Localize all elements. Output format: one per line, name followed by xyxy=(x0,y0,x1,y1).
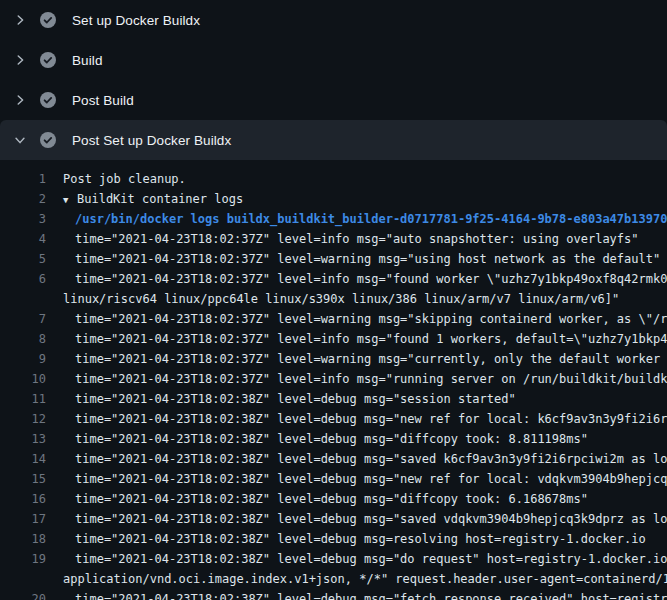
log-text: time="2021-04-23T18:02:38Z" level=debug … xyxy=(46,589,667,600)
step-label: Set up Docker Buildx xyxy=(72,13,200,28)
log-line: 12 time="2021-04-23T18:02:38Z" level=deb… xyxy=(0,409,667,429)
log-line: 5 time="2021-04-23T18:02:37Z" level=warn… xyxy=(0,249,667,269)
line-number[interactable]: 9 xyxy=(0,349,46,369)
step-list: Set up Docker Buildx Build xyxy=(0,0,667,160)
line-number[interactable]: 17 xyxy=(0,509,46,529)
line-number[interactable]: 5 xyxy=(0,249,46,269)
line-number[interactable] xyxy=(0,289,46,309)
chevron-right-icon xyxy=(13,13,27,27)
log-line: 2 ▼BuildKit container logs xyxy=(0,189,667,209)
log-line: 16 time="2021-04-23T18:02:38Z" level=deb… xyxy=(0,489,667,509)
log-text: time="2021-04-23T18:02:37Z" level=warnin… xyxy=(46,349,667,369)
chevron-down-icon xyxy=(13,133,27,147)
log-line: 8 time="2021-04-23T18:02:37Z" level=info… xyxy=(0,329,667,349)
line-number[interactable]: 4 xyxy=(0,229,46,249)
log-content: 1 Post job cleanup. 2 ▼BuildKit containe… xyxy=(0,160,667,600)
log-line: 17 time="2021-04-23T18:02:38Z" level=deb… xyxy=(0,509,667,529)
log-line: 10 time="2021-04-23T18:02:37Z" level=inf… xyxy=(0,369,667,389)
log-text: time="2021-04-23T18:02:38Z" level=debug … xyxy=(46,449,667,469)
step-header[interactable]: Post Build xyxy=(0,80,667,120)
step-header[interactable]: Post Set up Docker Buildx xyxy=(0,120,667,160)
line-number[interactable]: 10 xyxy=(0,369,46,389)
log-text: application/vnd.oci.image.index.v1+json,… xyxy=(46,569,667,589)
log-text: ▼BuildKit container logs xyxy=(46,189,243,209)
line-number[interactable]: 14 xyxy=(0,449,46,469)
line-number[interactable]: 7 xyxy=(0,309,46,329)
line-number[interactable]: 16 xyxy=(0,489,46,509)
log-text: time="2021-04-23T18:02:37Z" level=warnin… xyxy=(46,309,667,329)
log-text: time="2021-04-23T18:02:38Z" level=debug … xyxy=(46,549,667,569)
log-text: time="2021-04-23T18:02:38Z" level=debug … xyxy=(46,389,516,409)
log-text: time="2021-04-23T18:02:37Z" level=info m… xyxy=(46,229,639,249)
chevron-right-icon xyxy=(13,93,27,107)
line-number[interactable]: 2 xyxy=(0,189,46,209)
log-line: 15 time="2021-04-23T18:02:38Z" level=deb… xyxy=(0,469,667,489)
log-text: time="2021-04-23T18:02:38Z" level=debug … xyxy=(46,489,588,509)
line-number[interactable]: 6 xyxy=(0,269,46,289)
actions-log-viewer: Set up Docker Buildx Build xyxy=(0,0,667,600)
log-line: application/vnd.oci.image.index.v1+json,… xyxy=(0,569,667,589)
log-text: linux/riscv64 linux/ppc64le linux/s390x … xyxy=(46,289,619,309)
log-line: 3 /usr/bin/docker logs buildx_buildkit_b… xyxy=(0,209,667,229)
log-text: time="2021-04-23T18:02:38Z" level=debug … xyxy=(46,469,667,489)
line-number[interactable]: 11 xyxy=(0,389,46,409)
log-line: 9 time="2021-04-23T18:02:37Z" level=warn… xyxy=(0,349,667,369)
log-text: time="2021-04-23T18:02:37Z" level=info m… xyxy=(46,269,667,289)
log-line: 13 time="2021-04-23T18:02:38Z" level=deb… xyxy=(0,429,667,449)
line-number[interactable]: 12 xyxy=(0,409,46,429)
line-number[interactable]: 15 xyxy=(0,469,46,489)
step-label: Post Build xyxy=(72,93,134,108)
log-text: time="2021-04-23T18:02:38Z" level=debug … xyxy=(46,429,588,449)
log-line: 6 time="2021-04-23T18:02:37Z" level=info… xyxy=(0,269,667,289)
check-circle-icon xyxy=(40,52,56,68)
log-line: 19 time="2021-04-23T18:02:38Z" level=deb… xyxy=(0,549,667,569)
line-number[interactable]: 3 xyxy=(0,209,46,229)
log-line: 4 time="2021-04-23T18:02:37Z" level=info… xyxy=(0,229,667,249)
line-number[interactable]: 13 xyxy=(0,429,46,449)
line-number[interactable]: 19 xyxy=(0,549,46,569)
log-line: 1 Post job cleanup. xyxy=(0,169,667,189)
check-circle-icon xyxy=(40,132,56,148)
collapse-triangle-icon[interactable]: ▼ xyxy=(63,190,77,209)
step-label: Build xyxy=(72,53,103,68)
log-text: time="2021-04-23T18:02:37Z" level=info m… xyxy=(46,329,667,349)
line-number[interactable]: 1 xyxy=(0,169,46,189)
log-line: 18 time="2021-04-23T18:02:38Z" level=deb… xyxy=(0,529,667,549)
step-label: Post Set up Docker Buildx xyxy=(72,133,231,148)
step-header[interactable]: Set up Docker Buildx xyxy=(0,0,667,40)
log-line: 7 time="2021-04-23T18:02:37Z" level=warn… xyxy=(0,309,667,329)
line-number[interactable] xyxy=(0,569,46,589)
log-text: time="2021-04-23T18:02:37Z" level=warnin… xyxy=(46,249,660,269)
line-number[interactable]: 20 xyxy=(0,589,46,600)
log-text: Post job cleanup. xyxy=(46,169,186,189)
log-line: linux/riscv64 linux/ppc64le linux/s390x … xyxy=(0,289,667,309)
log-line: 20 time="2021-04-23T18:02:38Z" level=deb… xyxy=(0,589,667,600)
log-line: 11 time="2021-04-23T18:02:38Z" level=deb… xyxy=(0,389,667,409)
log-text: time="2021-04-23T18:02:38Z" level=debug … xyxy=(46,529,646,549)
chevron-right-icon xyxy=(13,53,27,67)
log-text: time="2021-04-23T18:02:38Z" level=debug … xyxy=(46,509,667,529)
line-number[interactable]: 18 xyxy=(0,529,46,549)
line-number[interactable]: 8 xyxy=(0,329,46,349)
log-text: time="2021-04-23T18:02:38Z" level=debug … xyxy=(46,409,667,429)
check-circle-icon xyxy=(40,92,56,108)
check-circle-icon xyxy=(40,12,56,28)
log-text: /usr/bin/docker logs buildx_buildkit_bui… xyxy=(46,209,667,229)
step-header[interactable]: Build xyxy=(0,40,667,80)
log-line: 14 time="2021-04-23T18:02:38Z" level=deb… xyxy=(0,449,667,469)
log-text: time="2021-04-23T18:02:37Z" level=info m… xyxy=(46,369,667,389)
